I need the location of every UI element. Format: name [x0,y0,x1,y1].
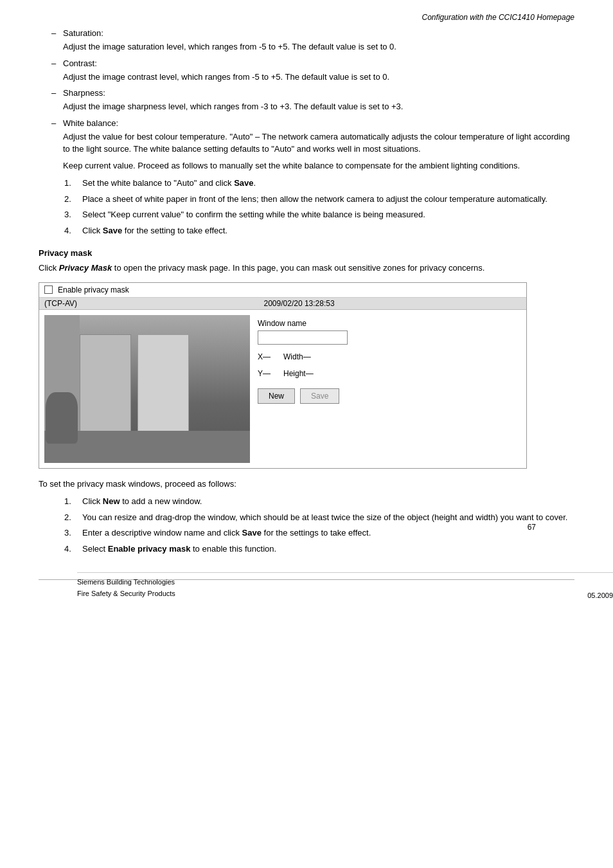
instructions-step-4-text: Select Enable privacy mask to enable thi… [82,543,574,556]
bullet-contrast-label: Contrast: [63,59,574,68]
pm-width-item: Width— [283,352,311,361]
pm-height-item: Height— [283,369,314,378]
wb-step-1-text: Set the white balance to "Auto" and clic… [82,177,574,190]
pm-enable-label: Enable privacy mask [58,285,129,294]
pm-width-label: Width— [283,352,311,361]
pm-y-item: Y— [258,369,271,378]
instructions-step-2: 2. You can resize and drag-drop the wind… [64,511,574,524]
footer-left: Siemens Building Technologies Fire Safet… [77,577,175,599]
bullet-sharpness-desc: Adjust the image sharpness level, which … [63,100,574,113]
bullet-content: Saturation: Adjust the image saturation … [63,28,574,53]
bullet-dash: – [51,28,63,53]
footer-right: 05.2009 [587,592,613,599]
pm-coord-row-2: Y— Height— [258,369,521,378]
bullet-dash-2: – [51,59,63,84]
pm-y-label: Y— [258,369,271,378]
instructions-step-1: 1. Click New to add a new window. [64,495,574,508]
bullet-contrast: – Contrast: Adjust the image contrast le… [51,59,574,84]
wb-step-2-num: 2. [64,193,82,206]
cam-door-left [80,334,131,444]
wb-step-4: 4. Click Save for the setting to take ef… [64,224,574,237]
page-header: Configuration with the CCIC1410 Homepage [39,13,574,22]
instructions-step-4: 4. Select Enable privacy mask to enable … [64,543,574,556]
header-title: Configuration with the CCIC1410 Homepage [422,13,574,22]
bullet-content-4: White balance: Adjust the value for best… [63,118,574,172]
bullet-dash-4: – [51,118,63,172]
pm-toolbar: (TCP-AV) 2009/02/20 13:28:53 [39,298,526,310]
instructions-step-1-num: 1. [64,495,82,508]
wb-steps-list: 1. Set the white balance to "Auto" and c… [64,177,574,237]
wb-step-1: 1. Set the white balance to "Auto" and c… [64,177,574,190]
instructions-step-2-num: 2. [64,511,82,524]
bullet-content-2: Contrast: Adjust the image contrast leve… [63,59,574,84]
bullet-content-3: Sharpness: Adjust the image sharpness le… [63,88,574,113]
bullet-sharpness: – Sharpness: Adjust the image sharpness … [51,88,574,113]
footer-division: Fire Safety & Security Products [77,588,175,600]
pm-x-item: X— [258,352,271,361]
wb-step-4-num: 4. [64,224,82,237]
pm-new-button[interactable]: New [258,388,295,404]
pm-video-area [44,315,250,463]
instructions-step-4-num: 4. [64,543,82,556]
cam-door-right [138,334,189,444]
bullet-wb-label: White balance: [63,118,574,128]
pm-controls-panel: Window name X— Width— Y— H [258,315,521,463]
pm-coord-row: X— Width— [258,352,521,361]
wb-step-3-text: Select "Keep current value" to confirm t… [82,208,574,221]
wb-step-2: 2. Place a sheet of white paper in front… [64,193,574,206]
bullet-wb-desc2: Keep current value. Proceed as follows t… [63,159,574,172]
cam-plant [46,392,78,444]
wb-step-3-num: 3. [64,208,82,221]
bullet-wb-desc1: Adjust the value for best colour tempera… [63,131,574,156]
instructions-step-1-text: Click New to add a new window. [82,495,574,508]
privacy-mask-link-text: Privacy Mask [59,263,112,273]
bullet-saturation: – Saturation: Adjust the image saturatio… [51,28,574,53]
bullet-contrast-desc: Adjust the image contrast level, which r… [63,71,574,84]
bullet-saturation-label: Saturation: [63,28,574,38]
pm-x-label: X— [258,352,271,361]
wb-step-4-text: Click Save for the setting to take effec… [82,224,574,237]
privacy-mask-intro-rest: to open the privacy mask page. In this p… [112,263,484,273]
instructions-step-2-text: You can resize and drag-drop the window,… [82,511,574,524]
footer-company: Siemens Building Technologies [77,577,175,588]
wb-step-2-text: Place a sheet of white paper in front of… [82,193,574,206]
instructions-intro: To set the privacy mask windows, proceed… [39,478,574,491]
privacy-mask-ui-box: Enable privacy mask (TCP-AV) 2009/02/20 … [39,282,527,469]
wb-step-3: 3. Select "Keep current value" to confir… [64,208,574,221]
bullet-saturation-desc: Adjust the image saturation level, which… [63,41,574,53]
pm-enable-row: Enable privacy mask [39,283,526,298]
pm-buttons-row: New Save [258,388,521,404]
bullet-sharpness-label: Sharpness: [63,88,574,98]
pm-height-label: Height— [283,369,314,378]
privacy-mask-intro: Click Privacy Mask to open the privacy m… [39,262,574,275]
page-footer: Siemens Building Technologies Fire Safet… [77,572,613,599]
footer-date: 05.2009 [587,592,613,599]
page-number: 67 [0,523,536,532]
bullet-white-balance: – White balance: Adjust the value for be… [51,118,574,172]
pm-protocol-label: (TCP-AV) [44,299,77,308]
pm-window-name-label: Window name [258,319,521,328]
pm-window-name-row: Window name [258,319,521,345]
privacy-mask-heading: Privacy mask [39,248,574,258]
wb-step-1-num: 1. [64,177,82,190]
pm-datetime: 2009/02/20 13:28:53 [264,299,335,308]
pm-save-button[interactable]: Save [300,388,339,404]
pm-body: Window name X— Width— Y— H [39,310,526,468]
pm-enable-checkbox[interactable] [44,285,53,294]
bullet-dash-3: – [51,88,63,113]
pm-window-name-input[interactable] [258,330,348,345]
